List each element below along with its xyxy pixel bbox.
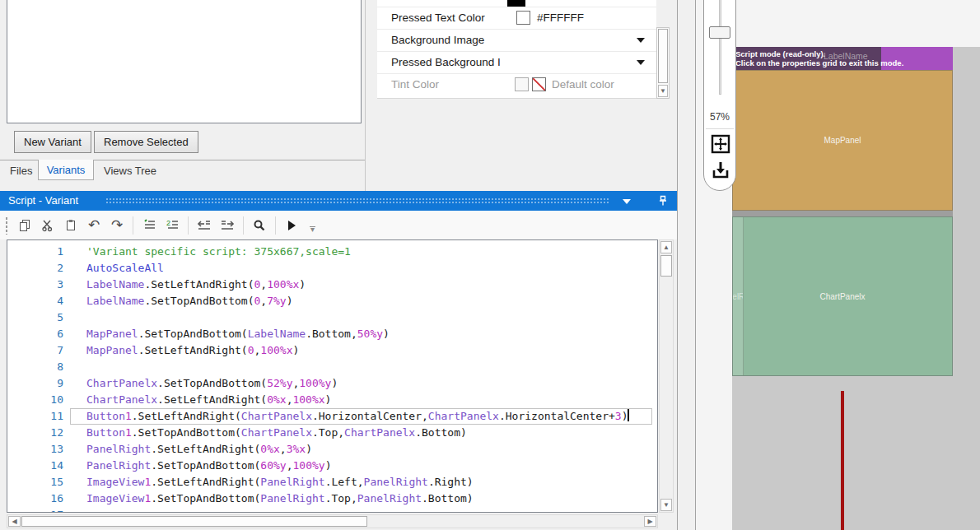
new-variant-button[interactable]: New Variant — [14, 131, 91, 153]
scroll-down-button[interactable]: ▼ — [658, 85, 668, 97]
undo-icon[interactable]: ↶ — [82, 215, 105, 236]
property-value: Default color — [552, 78, 614, 91]
dropdown-arrow-icon[interactable] — [637, 60, 645, 65]
search-icon[interactable] — [248, 215, 271, 236]
property-row-pressed-text-color[interactable]: Pressed Text Color #FFFFFF — [377, 7, 656, 30]
cut-icon[interactable] — [36, 215, 59, 236]
zoom-slider-thumb[interactable] — [709, 26, 730, 39]
default-color-swatch[interactable] — [532, 77, 546, 91]
code-line[interactable]: 15ImageView1.SetLeftAndRight(PanelRight.… — [7, 474, 657, 490]
property-value: #FFFFFF — [537, 12, 584, 24]
line-number: 16 — [7, 490, 63, 507]
code-text: Button1.SetLeftAndRight(ChartPanelx.Hori… — [86, 410, 629, 422]
panel-gap — [732, 211, 953, 216]
uncomment-icon[interactable]: 2 — [161, 215, 184, 236]
line-number: 6 — [7, 326, 63, 342]
line-number: 2 — [7, 260, 63, 277]
code-line[interactable]: 7MapPanel.SetLeftAndRight(0,100%x) — [7, 342, 657, 359]
scroll-left-button[interactable]: ◀ — [8, 516, 21, 527]
code-line[interactable]: 6MapPanel.SetTopAndBottom(LabelName.Bott… — [7, 326, 657, 342]
indent-icon[interactable] — [216, 215, 239, 236]
property-row-partial[interactable] — [377, 0, 656, 7]
tab-files[interactable]: Files — [7, 163, 35, 179]
scrollbar-thumb[interactable] — [658, 29, 668, 83]
line-number: 7 — [7, 342, 63, 359]
scrollbar-thumb[interactable] — [21, 516, 367, 527]
remove-selected-button[interactable]: Remove Selected — [94, 131, 198, 153]
code-text: ChartPanelx.SetTopAndBottom(52%y,100%y) — [86, 377, 338, 389]
toolbar-overflow-icon[interactable]: ▾ — [310, 226, 315, 231]
editor-horizontal-scrollbar[interactable]: ◀ ▶ — [7, 514, 658, 528]
code-text: PanelRight.SetLeftAndRight(0%x,3%x) — [86, 443, 312, 455]
outdent-icon[interactable] — [193, 215, 216, 236]
code-text: ImageView1.SetTopAndBottom(PanelRight.To… — [86, 492, 474, 504]
scrollbar-thumb[interactable] — [660, 255, 672, 277]
pin-icon[interactable] — [658, 195, 668, 209]
code-line[interactable]: 1'Variant specific script: 375x667,scale… — [7, 244, 657, 260]
property-row-tint-color[interactable]: Tint Color Default color — [377, 74, 656, 96]
code-line[interactable]: 17 — [7, 507, 657, 513]
button1-view[interactable] — [841, 391, 844, 530]
variant-list[interactable] — [7, 0, 362, 123]
run-icon[interactable] — [280, 215, 303, 236]
code-line[interactable]: 2AutoScaleAll — [7, 260, 657, 277]
tint-checkbox[interactable] — [515, 77, 529, 91]
code-line[interactable]: 5 — [7, 309, 657, 326]
code-text: MapPanel.SetTopAndBottom(LabelName.Botto… — [86, 328, 390, 340]
redo-icon[interactable]: ↷ — [105, 215, 128, 236]
scroll-right-button[interactable]: ▶ — [644, 516, 656, 527]
zoom-slider-track[interactable] — [719, 0, 721, 95]
panelright-view[interactable]: PanelRight — [733, 217, 744, 375]
code-lines: 1'Variant specific script: 375x667,scale… — [7, 244, 657, 513]
property-row-pressed-background[interactable]: Pressed Background I — [377, 52, 656, 74]
chartpanelx-view[interactable]: PanelRight ChartPanelx — [732, 216, 953, 376]
line-number: 9 — [7, 375, 63, 392]
code-line[interactable]: 9ChartPanelx.SetTopAndBottom(52%y,100%y) — [7, 375, 657, 392]
text-caret — [628, 409, 629, 421]
scroll-up-button[interactable]: ▲ — [660, 241, 672, 253]
scroll-down-button[interactable]: ▼ — [660, 499, 672, 511]
tab-views-tree[interactable]: Views Tree — [100, 163, 160, 179]
line-number: 1 — [7, 244, 63, 260]
mappanel-view[interactable]: MapPanel — [732, 70, 953, 211]
comment-icon[interactable] — [138, 215, 161, 236]
toolbar-separator — [188, 216, 189, 235]
dropdown-arrow-icon[interactable] — [637, 38, 645, 43]
code-line[interactable]: 16ImageView1.SetTopAndBottom(PanelRight.… — [7, 490, 657, 507]
property-label: Tint Color — [391, 78, 439, 91]
properties-scrollbar[interactable]: ▼ — [656, 27, 670, 99]
script-window-titlebar: Script - Variant — [0, 191, 677, 211]
paste-icon[interactable] — [59, 215, 82, 236]
toolbar-grip-handle[interactable] — [5, 216, 8, 235]
import-download-button[interactable] — [710, 160, 730, 180]
code-line[interactable]: 12Button1.SetTopAndBottom(ChartPanelx.To… — [7, 425, 657, 441]
color-swatch-black[interactable] — [507, 0, 525, 7]
code-line[interactable]: 14PanelRight.SetTopAndBottom(60%y,100%y) — [7, 458, 657, 474]
svg-text:2: 2 — [166, 219, 170, 227]
code-line[interactable]: 3LabelName.SetLeftAndRight(0,100%x) — [7, 277, 657, 293]
line-number: 13 — [7, 441, 63, 458]
code-line[interactable]: 11Button1.SetLeftAndRight(ChartPanelx.Ho… — [7, 408, 657, 425]
tab-variants[interactable]: Variants — [38, 160, 94, 180]
labelname-view-label: LabelName — [824, 51, 868, 61]
color-swatch-white[interactable] — [516, 11, 530, 25]
property-row-background-image[interactable]: Background Image — [377, 30, 656, 52]
code-line[interactable]: 10ChartPanelx.SetLeftAndRight(0%x,100%x) — [7, 392, 657, 408]
code-line[interactable]: 13PanelRight.SetLeftAndRight(0%x,3%x) — [7, 441, 657, 458]
code-line[interactable]: 8 — [7, 359, 657, 375]
script-code-editor[interactable]: 1'Variant specific script: 375x667,scale… — [7, 239, 658, 513]
chevron-down-icon[interactable] — [623, 199, 631, 204]
script-toolbar: ↶ ↷ 2 ▾ — [0, 211, 677, 239]
toolbar-separator — [275, 216, 276, 235]
copy-icon[interactable] — [13, 215, 36, 236]
code-text: LabelName.SetTopAndBottom(0,7%y) — [86, 295, 292, 307]
property-label: Pressed Background I — [391, 56, 501, 68]
code-text: ChartPanelx.SetLeftAndRight(0%x,100%x) — [86, 393, 331, 406]
editor-vertical-scrollbar[interactable]: ▲ ▼ — [659, 239, 674, 513]
line-number: 12 — [7, 425, 63, 441]
bottom-tabstrip: Files Variants Views Tree — [0, 160, 365, 183]
line-number: 14 — [7, 458, 63, 474]
code-line[interactable]: 4LabelName.SetTopAndBottom(0,7%y) — [7, 293, 657, 309]
fit-to-screen-button[interactable] — [710, 133, 730, 154]
divider-gap — [678, 0, 695, 530]
